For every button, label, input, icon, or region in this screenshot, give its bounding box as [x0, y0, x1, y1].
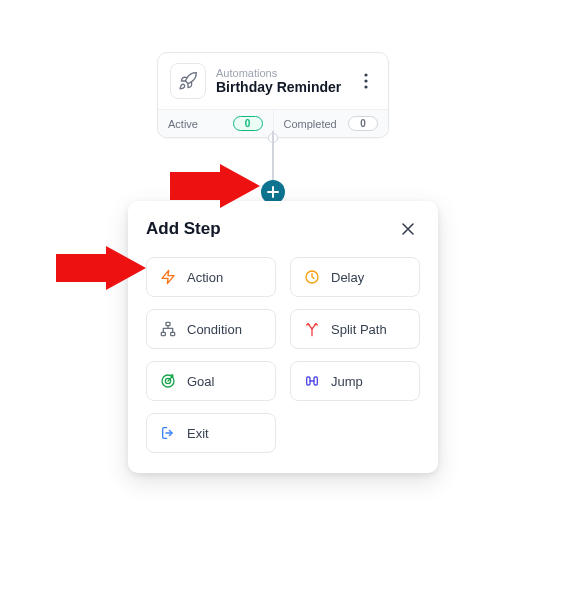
node-title: Birthday Reminder: [216, 79, 346, 95]
clock-icon: [303, 268, 321, 286]
step-condition[interactable]: Condition: [146, 309, 276, 349]
add-step-modal: Add Step Action Delay: [128, 201, 438, 473]
node-header: Automations Birthday Reminder: [158, 53, 388, 109]
step-label: Goal: [187, 374, 214, 389]
stat-active-label: Active: [168, 118, 198, 130]
step-goal[interactable]: Goal: [146, 361, 276, 401]
branch-icon: [159, 320, 177, 338]
step-label: Condition: [187, 322, 242, 337]
step-delay[interactable]: Delay: [290, 257, 420, 297]
exit-icon: [159, 424, 177, 442]
step-grid: Action Delay Condition: [146, 257, 420, 453]
svg-marker-3: [162, 270, 174, 283]
split-icon: [303, 320, 321, 338]
kebab-menu-icon[interactable]: [356, 67, 376, 95]
automation-node[interactable]: Automations Birthday Reminder Active 0 C…: [157, 52, 389, 138]
step-label: Split Path: [331, 322, 387, 337]
stat-completed-count: 0: [348, 116, 378, 131]
svg-point-0: [364, 73, 367, 76]
step-label: Action: [187, 270, 223, 285]
stat-completed-label: Completed: [284, 118, 337, 130]
close-icon[interactable]: [396, 217, 420, 241]
modal-title: Add Step: [146, 219, 221, 239]
svg-point-2: [364, 85, 367, 88]
jump-icon: [303, 372, 321, 390]
node-subtitle: Automations: [216, 67, 346, 79]
connector-line: [272, 131, 274, 183]
stat-completed: Completed 0: [273, 110, 389, 137]
svg-point-1: [364, 79, 367, 82]
rocket-icon: [170, 63, 206, 99]
stat-active-count: 0: [233, 116, 263, 131]
step-exit[interactable]: Exit: [146, 413, 276, 453]
stat-active: Active 0: [158, 110, 273, 137]
step-label: Delay: [331, 270, 364, 285]
step-jump[interactable]: Jump: [290, 361, 420, 401]
automation-canvas: Automations Birthday Reminder Active 0 C…: [0, 0, 573, 607]
lightning-icon: [159, 268, 177, 286]
step-label: Jump: [331, 374, 363, 389]
target-icon: [159, 372, 177, 390]
step-action[interactable]: Action: [146, 257, 276, 297]
step-split-path[interactable]: Split Path: [290, 309, 420, 349]
step-label: Exit: [187, 426, 209, 441]
